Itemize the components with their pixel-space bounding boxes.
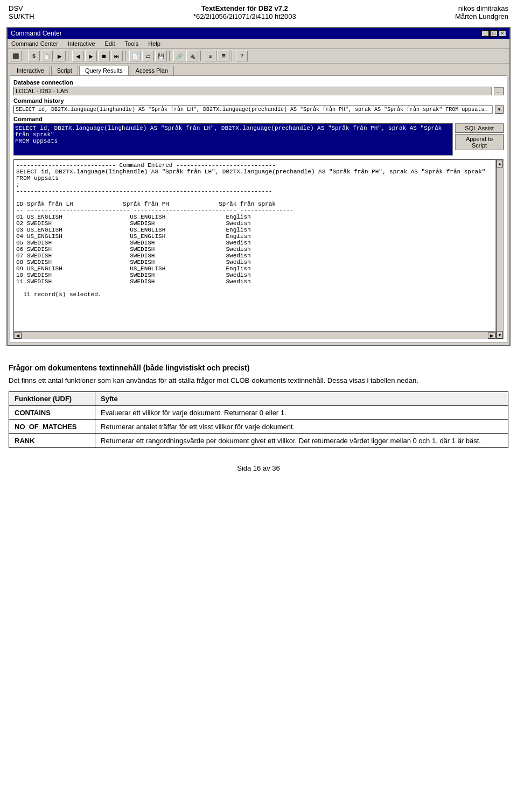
page-number: Sida 16 av 36 <box>237 464 280 472</box>
header-title: TextExtender för DB2 v7.2 <box>193 4 296 12</box>
toolbar-btn-9[interactable]: 📄 <box>129 51 141 61</box>
tab-interactive[interactable]: Interactive <box>11 66 50 75</box>
table-cell-desc-2: Returnerar ett rangordningsvärde per dok… <box>95 433 508 447</box>
scroll-track-v <box>497 167 503 331</box>
toolbar-btn-6[interactable]: ▶ <box>85 51 97 61</box>
horizontal-scrollbar[interactable]: ◀ ▶ <box>13 332 496 339</box>
db-connection-value: LOCAL - DB2 - LAB <box>13 87 492 95</box>
append-script-btn[interactable]: Append to Script <box>455 134 504 150</box>
window-controls[interactable]: _ □ × <box>481 30 506 37</box>
page-header: DSV SU/KTH TextExtender för DB2 v7.2 *62… <box>0 0 517 23</box>
menu-interactive[interactable]: Interactive <box>66 40 97 47</box>
right-buttons: SQL Assist Append to Script <box>455 123 504 157</box>
header-sukth: SU/KTH <box>9 12 34 20</box>
toolbar-btn-8[interactable]: ⏭ <box>111 51 123 61</box>
db-connection-row: LOCAL - DB2 - LAB ... <box>13 87 504 95</box>
scroll-down-btn[interactable]: ▼ <box>497 331 503 339</box>
toolbar-btn-1[interactable]: ⬛ <box>10 51 22 61</box>
toolbar-btn-3[interactable]: 📋 <box>41 51 53 61</box>
toolbar-sep-1 <box>24 51 26 61</box>
output-area: ---------------------------- Command Ent… <box>13 159 496 332</box>
toolbar-btn-15[interactable]: ≣ <box>218 51 229 61</box>
db-connection-label: Database connection <box>13 79 504 86</box>
command-history-label: Command history <box>13 97 504 104</box>
command-label: Command <box>13 116 504 122</box>
scroll-track-h <box>22 332 488 339</box>
history-dropdown-arrow[interactable]: ▼ <box>495 105 504 114</box>
tab-query-results[interactable]: Query Results <box>79 66 129 75</box>
toolbar-sep-2 <box>68 51 70 61</box>
toolbar-btn-13[interactable]: 🔌 <box>186 51 198 61</box>
scroll-up-btn[interactable]: ▲ <box>497 160 503 167</box>
func-table: Funktioner (UDF) Syfte CONTAINSEvaluerar… <box>9 391 508 448</box>
close-btn[interactable]: × <box>499 30 506 37</box>
tab-script[interactable]: Script <box>51 66 78 75</box>
table-row-1: NO_OF_MATCHESReturnerar antalet träffar … <box>9 419 508 433</box>
col-header-func: Funktioner (UDF) <box>9 391 95 405</box>
vertical-scrollbar[interactable]: ▲ ▼ <box>496 159 504 339</box>
header-dsv: DSV <box>9 4 34 12</box>
toolbar-btn-5[interactable]: ◀ <box>72 51 84 61</box>
header-author1: nikos dimitrakas <box>458 4 508 12</box>
window-title-bar: Command Center _ □ × <box>8 28 509 39</box>
scroll-right-btn[interactable]: ▶ <box>488 332 495 339</box>
menu-tools[interactable]: Tools <box>123 40 141 47</box>
command-area: SQL Assist Append to Script <box>13 123 504 157</box>
table-cell-func-0: CONTAINS <box>9 405 95 419</box>
output-wrapper: ---------------------------- Command Ent… <box>13 159 504 339</box>
table-row-0: CONTAINSEvaluerar ett villkor för varje … <box>9 405 508 419</box>
col-header-syfte: Syfte <box>95 391 508 405</box>
scroll-left-btn[interactable]: ◀ <box>14 332 22 339</box>
sql-assist-btn[interactable]: SQL Assist <box>455 123 504 133</box>
toolbar: ⬛ S 📋 ▶ ◀ ▶ ⏹ ⏭ 📄 🗂 💾 🔗 🔌 ≡ ≣ ? <box>8 49 509 64</box>
main-content: Database connection LOCAL - DB2 - LAB ..… <box>10 75 507 343</box>
table-cell-desc-1: Returnerar antalet träffar för ett visst… <box>95 419 508 433</box>
toolbar-sep-5 <box>200 51 202 61</box>
command-history-row: SELECT id, DB2TX.language(linghandle) AS… <box>13 105 504 114</box>
toolbar-sep-4 <box>169 51 171 61</box>
toolbar-btn-10[interactable]: 🗂 <box>142 51 154 61</box>
toolbar-btn-2[interactable]: S <box>28 51 40 61</box>
toolbar-btn-14[interactable]: ≡ <box>205 51 216 61</box>
table-cell-func-2: RANK <box>9 433 95 447</box>
toolbar-btn-12[interactable]: 🔗 <box>173 51 185 61</box>
command-textarea[interactable] <box>13 123 453 156</box>
menu-bar: Command Center Interactive Edit Tools He… <box>8 39 509 49</box>
toolbar-btn-11[interactable]: 💾 <box>155 51 167 61</box>
toolbar-btn-4[interactable]: ▶ <box>54 51 66 61</box>
table-row-2: RANKReturnerar ett rangordningsvärde per… <box>9 433 508 447</box>
toolbar-sep-3 <box>125 51 127 61</box>
minimize-btn[interactable]: _ <box>481 30 489 37</box>
header-right: nikos dimitrakas Mårten Lundgren <box>455 4 508 20</box>
menu-help[interactable]: Help <box>146 40 162 47</box>
db-connect-btn[interactable]: ... <box>494 87 504 95</box>
toolbar-btn-7[interactable]: ⏹ <box>98 51 110 61</box>
section-heading: Frågor om dokumentens textinnehåll (både… <box>9 363 508 372</box>
toolbar-sep-6 <box>232 51 234 61</box>
tab-access-plan[interactable]: Access Plan <box>130 66 174 75</box>
maximize-btn[interactable]: □ <box>490 30 498 37</box>
menu-command-center[interactable]: Command Center <box>10 40 60 47</box>
menu-edit[interactable]: Edit <box>103 40 117 47</box>
header-left: DSV SU/KTH <box>9 4 34 20</box>
table-cell-desc-0: Evaluerar ett villkor för varje dokument… <box>95 405 508 419</box>
header-center: TextExtender för DB2 v7.2 *62/2i1056/2i1… <box>193 4 296 20</box>
command-history-value: SELECT id, DB2TX.language(linghandle) AS… <box>13 106 493 114</box>
output-section: ---------------------------- Command Ent… <box>13 159 504 339</box>
screenshot-window: Command Center _ □ × Command Center Inte… <box>6 27 511 346</box>
intro-text: Det finns ett antal funktioner som kan a… <box>9 375 508 386</box>
page-footer: Sida 16 av 36 <box>0 453 517 483</box>
output-main: ---------------------------- Command Ent… <box>13 159 496 339</box>
table-cell-func-1: NO_OF_MATCHES <box>9 419 95 433</box>
toolbar-btn-16[interactable]: ? <box>236 51 248 61</box>
window-title: Command Center <box>11 30 62 37</box>
page-body: Frågor om dokumentens textinnehåll (både… <box>0 351 517 453</box>
tabs-area: Interactive Script Query Results Access … <box>8 64 509 75</box>
header-subtitle: *62/2i1056/2i1071/2i4110 ht2003 <box>193 12 296 20</box>
header-author2: Mårten Lundgren <box>455 12 508 20</box>
